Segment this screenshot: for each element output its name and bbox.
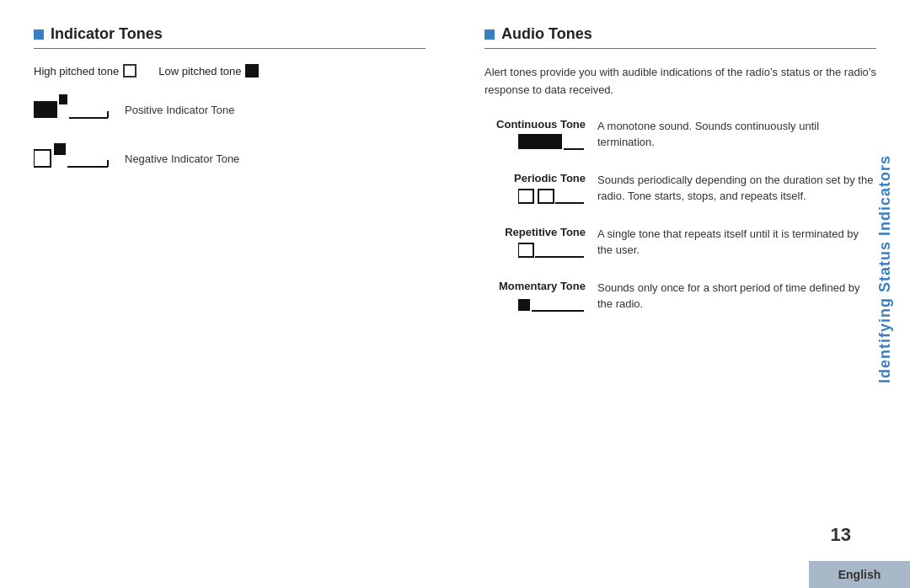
blue-square-icon-2 xyxy=(484,29,495,40)
indicator-tones-title: Indicator Tones xyxy=(51,25,163,43)
svg-rect-6 xyxy=(54,143,66,155)
legend-row: High pitched tone Low pitched tone xyxy=(34,64,426,78)
low-pitched-label: Low pitched tone xyxy=(158,65,241,78)
periodic-tone-left: Periodic Tone xyxy=(484,172,586,209)
continuous-tone-name: Continuous Tone xyxy=(484,118,586,131)
continuous-tone-diagram xyxy=(484,134,586,155)
continuous-tone-desc: A monotone sound. Sounds continuously un… xyxy=(597,118,876,151)
continuous-tone-left: Continuous Tone xyxy=(484,118,586,155)
negative-tone-diagram xyxy=(34,143,110,174)
positive-tone-label: Positive Indicator Tone xyxy=(125,104,243,116)
indicator-tones-header: Indicator Tones xyxy=(34,25,426,43)
page-number: 13 xyxy=(831,524,851,546)
repetitive-tone-desc: A single tone that repeats itself until … xyxy=(597,226,876,259)
right-column: Audio Tones Alert tones provide you with… xyxy=(476,25,876,546)
high-pitched-icon xyxy=(123,64,136,78)
momentary-tone-left: Momentary Tone xyxy=(484,280,586,317)
audio-tones-intro: Alert tones provide you with audible ind… xyxy=(484,64,876,99)
repetitive-tone-diagram xyxy=(484,242,586,263)
main-columns: Indicator Tones High pitched tone Low pi… xyxy=(34,25,876,546)
high-pitched-label: High pitched tone xyxy=(34,65,119,78)
audio-tones-divider xyxy=(484,48,876,49)
svg-rect-12 xyxy=(538,190,554,203)
periodic-tone-row: Periodic Tone Sounds periodically depend… xyxy=(484,172,876,209)
repetitive-tone-row: Repetitive Tone A single tone that repea… xyxy=(484,226,876,263)
momentary-tone-row: Momentary Tone Sounds only once for a sh… xyxy=(484,280,876,317)
negative-tone-row: Negative Indicator Tone xyxy=(34,143,426,174)
left-column: Indicator Tones High pitched tone Low pi… xyxy=(34,25,442,546)
svg-rect-1 xyxy=(59,94,67,104)
negative-tone-label: Negative Indicator Tone xyxy=(125,152,243,165)
svg-rect-16 xyxy=(518,299,530,311)
high-pitched-legend: High pitched tone xyxy=(34,64,136,78)
periodic-tone-name: Periodic Tone xyxy=(484,172,586,184)
positive-tone-row: Positive Indicator Tone xyxy=(34,94,426,125)
momentary-tone-name: Momentary Tone xyxy=(484,280,586,292)
svg-rect-0 xyxy=(34,101,57,118)
blue-square-icon xyxy=(34,29,44,40)
audio-tones-header: Audio Tones xyxy=(484,25,876,43)
momentary-tone-diagram xyxy=(484,296,586,317)
repetitive-tone-name: Repetitive Tone xyxy=(484,226,586,238)
footer-language: English xyxy=(809,561,910,588)
repetitive-tone-left: Repetitive Tone xyxy=(484,226,586,263)
sidebar-text: Identifying Status Indicators xyxy=(859,0,910,539)
audio-tones-title: Audio Tones xyxy=(501,25,592,43)
svg-rect-11 xyxy=(518,190,533,203)
svg-rect-5 xyxy=(34,150,51,167)
svg-rect-14 xyxy=(518,243,533,257)
continuous-tone-row: Continuous Tone A monotone sound. Sounds… xyxy=(484,118,876,155)
momentary-tone-desc: Sounds only once for a short period of t… xyxy=(597,280,876,313)
indicator-tones-divider xyxy=(34,48,426,49)
svg-rect-9 xyxy=(518,134,562,149)
positive-tone-diagram xyxy=(34,94,110,125)
page-container: Identifying Status Indicators Indicator … xyxy=(0,0,910,588)
periodic-tone-desc: Sounds periodically depending on the dur… xyxy=(597,172,876,205)
periodic-tone-diagram xyxy=(484,188,586,209)
low-pitched-legend: Low pitched tone xyxy=(158,64,259,78)
low-pitched-icon xyxy=(245,64,259,78)
